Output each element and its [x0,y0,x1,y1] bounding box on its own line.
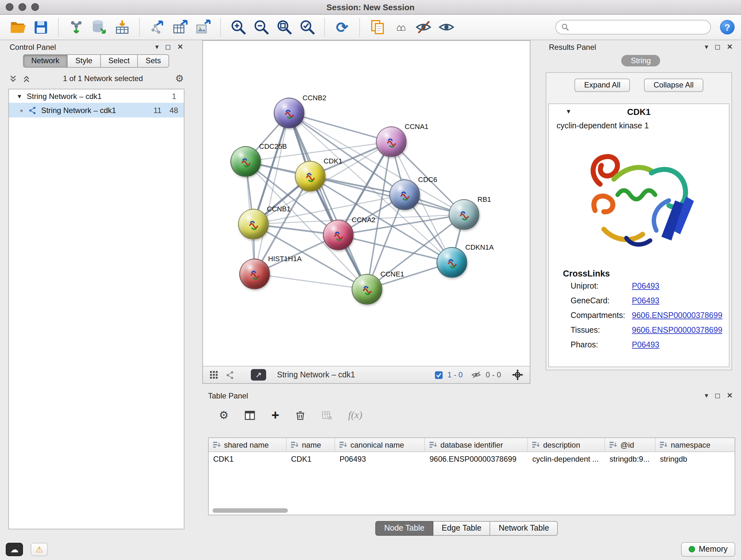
table-cell[interactable]: P06493 [335,452,425,465]
horizontal-scrollbar[interactable] [212,508,288,513]
network-edge[interactable] [255,113,289,274]
close-panel-icon[interactable]: ✕ [178,43,183,51]
save-session-button[interactable] [30,17,51,37]
tree-caret-icon[interactable]: ▼ [17,93,22,99]
cloud-button[interactable]: ☁ [6,543,23,556]
table-cell[interactable]: cyclin-dependent ... [528,452,605,465]
float-panel-icon[interactable]: ◻ [715,391,720,400]
duplicate-network-button[interactable] [367,17,387,37]
network-edge[interactable] [255,274,367,289]
collapse-all-icon[interactable] [9,74,17,83]
tab-string[interactable]: String [621,55,661,66]
column-header[interactable]: database identifier [425,438,528,451]
float-panel-icon[interactable]: ◻ [715,43,720,51]
tab-node-table[interactable]: Node Table [375,521,433,536]
network-canvas[interactable]: CCNB2 CCNA1 CDC25B CDK1 CDC6 [203,41,530,366]
tab-style[interactable]: Style [68,54,100,68]
apply-layout-button[interactable]: ⟳ [332,17,352,37]
table-cell[interactable]: stringdb:9... [605,452,656,465]
help-button[interactable]: ? [720,20,735,35]
column-header[interactable]: shared name [209,438,286,451]
grid-icon[interactable] [209,370,218,379]
network-overview-button[interactable]: ⌂⌂ [390,17,410,37]
zoom-fit-button[interactable] [274,17,294,37]
float-panel-icon[interactable]: ◻ [165,43,171,51]
warnings-button[interactable]: ⚠ [30,543,48,556]
show-columns-icon[interactable] [244,409,256,421]
column-header[interactable]: name [286,438,335,451]
network-node[interactable]: CCNB2 [274,98,305,128]
show-graphics-details-button[interactable] [436,17,456,37]
table-cell[interactable]: stringdb [656,452,735,465]
table-cell[interactable]: 9606.ENSP00000378699 [425,452,528,465]
zoom-window-button[interactable] [31,3,39,11]
close-panel-icon[interactable]: ✕ [727,391,733,400]
export-image-button[interactable] [193,17,213,37]
crosslink-value-link[interactable]: P06493 [632,340,659,349]
search-input[interactable] [572,22,705,32]
import-network-database-button[interactable] [89,17,109,37]
export-network-button[interactable] [147,17,167,37]
table-options-gear-icon[interactable]: ⚙ [219,408,229,422]
crosslink-value-link[interactable]: P06493 [632,296,659,305]
hidden-eye-slash-icon[interactable] [471,370,481,380]
table-row[interactable]: CDK1CDK1P064939606.ENSP00000378699cyclin… [209,452,735,465]
tab-select[interactable]: Select [100,54,138,68]
zoom-out-button[interactable] [251,17,271,37]
expand-all-button[interactable]: Expand All [575,78,630,92]
tab-network[interactable]: Network [23,54,68,68]
network-node[interactable]: CCNA2 [323,220,354,250]
table-cell[interactable]: CDK1 [209,452,286,465]
network-edge[interactable] [289,113,367,289]
export-view-button[interactable]: ↗ [251,369,266,381]
zoom-selected-button[interactable] [297,17,317,37]
tab-sets[interactable]: Sets [138,54,169,68]
network-node[interactable]: CDC25B [230,146,261,177]
tab-network-table[interactable]: Network Table [490,521,558,536]
network-node[interactable]: HIST1H1A [239,259,270,289]
protein-card-header[interactable]: ▾ CDK1 [549,104,729,119]
hide-graphics-details-button[interactable] [413,17,433,37]
tab-edge-table[interactable]: Edge Table [433,521,490,536]
pan-crosshair-icon[interactable] [512,369,523,381]
network-node[interactable]: CCNB1 [238,209,269,240]
column-header[interactable]: canonical name [335,438,425,451]
delete-column-trash-icon[interactable] [294,410,306,421]
collapse-card-icon[interactable]: ▾ [567,107,570,116]
crosslink-value-link[interactable]: P06493 [632,281,659,290]
crosslink-value-link[interactable]: 9606.ENSP00000378699 [632,325,723,334]
network-node[interactable]: CCNE1 [352,274,382,305]
network-node[interactable]: CDK1 [295,161,326,192]
collapse-all-button[interactable]: Collapse All [644,78,703,92]
import-table-button[interactable] [112,17,132,37]
birds-eye-icon[interactable] [225,370,235,380]
expand-all-icon[interactable] [22,74,30,83]
function-builder-icon[interactable]: f(x) [348,409,362,421]
selected-checkbox-icon[interactable] [434,371,443,379]
import-network-file-button[interactable] [66,17,86,37]
network-node[interactable]: RB1 [449,199,479,230]
crosslink-value-link[interactable]: 9606.ENSP00000378699 [632,311,723,320]
column-header[interactable]: description [528,438,605,451]
panel-menu-icon[interactable]: ▾ [704,43,708,51]
minimize-window-button[interactable] [18,3,26,11]
zoom-in-button[interactable] [228,17,248,37]
column-header[interactable]: namespace [656,438,735,451]
panel-menu-icon[interactable]: ▾ [704,391,708,400]
column-header[interactable]: @id [605,438,656,451]
network-options-gear-icon[interactable]: ⚙ [175,73,184,84]
close-panel-icon[interactable]: ✕ [727,43,733,51]
open-session-button[interactable] [8,17,28,37]
network-node[interactable]: CDKN1A [436,247,467,278]
add-column-icon[interactable]: + [272,409,280,421]
network-row[interactable]: ● String Network – cdk1 11 48 [9,103,184,118]
network-node[interactable]: CCNA1 [376,126,407,157]
export-table-button[interactable] [170,17,190,37]
table-cell[interactable]: CDK1 [286,452,335,465]
delete-table-icon [321,409,333,421]
panel-menu-icon[interactable]: ▾ [155,43,158,51]
network-collection-row[interactable]: ▼ String Network – cdk1 1 [9,89,184,103]
memory-button[interactable]: Memory [681,542,735,557]
close-window-button[interactable] [6,3,13,11]
network-node[interactable]: CDC6 [389,179,420,210]
